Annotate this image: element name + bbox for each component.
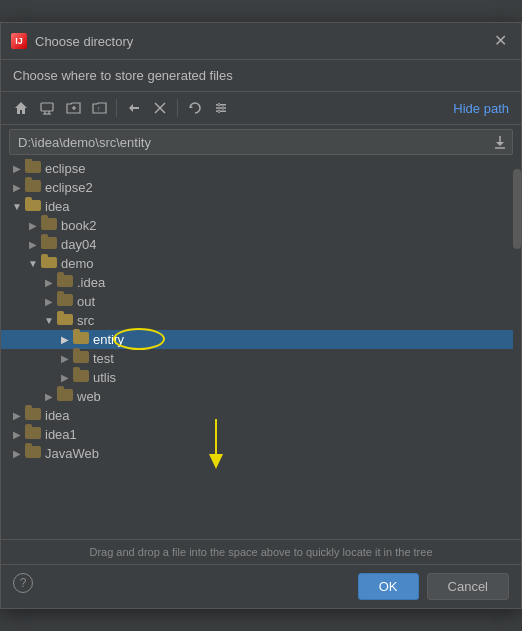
- tree-item-idea2[interactable]: ▶ idea: [1, 406, 521, 425]
- folder-icon-src: [57, 313, 73, 328]
- path-input[interactable]: [10, 131, 488, 154]
- settings-button[interactable]: [209, 96, 233, 120]
- svg-point-17: [218, 110, 220, 112]
- tree-label-test: test: [93, 351, 114, 366]
- svg-marker-8: [129, 104, 139, 112]
- path-download-button[interactable]: [488, 130, 512, 154]
- tree-label-idea2: idea: [45, 408, 70, 423]
- app-icon: IJ: [11, 33, 27, 49]
- tree-arrow-idea-sub: ▶: [41, 277, 57, 288]
- bottom-hint: Drag and drop a file into the space abov…: [1, 539, 521, 564]
- tree-arrow-utlis: ▶: [57, 372, 73, 383]
- scrollbar-thumb[interactable]: [513, 169, 521, 249]
- refresh-button[interactable]: [183, 96, 207, 120]
- folder-icon-day04: [41, 237, 57, 252]
- tree-item-eclipse[interactable]: ▶ eclipse: [1, 159, 521, 178]
- new-folder2-button[interactable]: ↑: [87, 96, 111, 120]
- tree-item-book2[interactable]: ▶ book2: [1, 216, 521, 235]
- tree-label-out: out: [77, 294, 95, 309]
- tree-label-eclipse2: eclipse2: [45, 180, 93, 195]
- folder-icon-eclipse2: [25, 180, 41, 195]
- button-bar: ? OK Cancel: [1, 564, 521, 608]
- tree-arrow-src: ▼: [41, 315, 57, 326]
- tree-item-idea[interactable]: ▼ idea: [1, 197, 521, 216]
- tree-arrow-book2: ▶: [25, 220, 41, 231]
- tree-arrow-web: ▶: [41, 391, 57, 402]
- folder-icon-javaweb: [25, 446, 41, 461]
- delete-button[interactable]: [148, 96, 172, 120]
- tree-label-src: src: [77, 313, 94, 328]
- tree-item-out[interactable]: ▶ out: [1, 292, 521, 311]
- tree-arrow-test: ▶: [57, 353, 73, 364]
- tree-arrow-entity: ▶: [57, 334, 73, 345]
- tree-arrow-idea: ▼: [9, 201, 25, 212]
- tree-label-web: web: [77, 389, 101, 404]
- cancel-button[interactable]: Cancel: [427, 573, 509, 600]
- folder-icon-idea-sub: [57, 275, 73, 290]
- tree-item-demo[interactable]: ▼ demo: [1, 254, 521, 273]
- folder-icon-web: [57, 389, 73, 404]
- toolbar: ↑: [1, 92, 521, 125]
- tree-label-day04: day04: [61, 237, 96, 252]
- tree-item-javaweb[interactable]: ▶ JavaWeb: [1, 444, 521, 463]
- tree-arrow-eclipse2: ▶: [9, 182, 25, 193]
- folder-icon-idea1: [25, 427, 41, 442]
- tree-item-web[interactable]: ▶ web: [1, 387, 521, 406]
- folder-icon-out: [57, 294, 73, 309]
- hide-path-button[interactable]: Hide path: [449, 99, 513, 118]
- folder-icon-test: [73, 351, 89, 366]
- tree-arrow-demo: ▼: [25, 258, 41, 269]
- new-folder-button[interactable]: [61, 96, 85, 120]
- svg-marker-0: [15, 102, 27, 114]
- close-button[interactable]: ✕: [490, 31, 511, 51]
- path-bar: [9, 129, 513, 155]
- svg-marker-19: [496, 142, 504, 146]
- choose-directory-dialog: IJ Choose directory ✕ Choose where to st…: [0, 22, 522, 609]
- tree-arrow-idea2: ▶: [9, 410, 25, 421]
- dialog-subtitle: Choose where to store generated files: [1, 60, 521, 92]
- tree-label-utlis: utlis: [93, 370, 116, 385]
- tree-item-day04[interactable]: ▶ day04: [1, 235, 521, 254]
- svg-text:↑: ↑: [97, 105, 101, 112]
- tree-label-entity: entity: [93, 332, 124, 347]
- tree-arrow-out: ▶: [41, 296, 57, 307]
- tree-arrow-idea1: ▶: [9, 429, 25, 440]
- folder-icon-book2: [41, 218, 57, 233]
- folder-icon-eclipse: [25, 161, 41, 176]
- toolbar-separator-1: [116, 99, 117, 117]
- tree-item-utlis[interactable]: ▶ utlis: [1, 368, 521, 387]
- toolbar-separator-2: [177, 99, 178, 117]
- directory-tree[interactable]: ▶ eclipse ▶ eclipse2 ▼ idea ▶ book2 ▶ da…: [1, 159, 521, 539]
- tree-label-book2: book2: [61, 218, 96, 233]
- home-button[interactable]: [9, 96, 33, 120]
- tree-label-idea-sub: .idea: [77, 275, 105, 290]
- tree-item-src[interactable]: ▼ src: [1, 311, 521, 330]
- tree-label-idea: idea: [45, 199, 70, 214]
- tree-arrow-eclipse: ▶: [9, 163, 25, 174]
- tree-item-entity[interactable]: ▶ entity: [1, 330, 521, 349]
- folder-icon-utlis: [73, 370, 89, 385]
- tree-label-demo: demo: [61, 256, 94, 271]
- tree-arrow-day04: ▶: [25, 239, 41, 250]
- tree-item-idea1[interactable]: ▶ idea1: [1, 425, 521, 444]
- scrollbar-track[interactable]: [513, 159, 521, 539]
- tree-arrow-javaweb: ▶: [9, 448, 25, 459]
- folder-icon-idea: [25, 199, 41, 214]
- folder-icon-demo: [41, 256, 57, 271]
- tree-label-eclipse: eclipse: [45, 161, 85, 176]
- tree-label-idea1: idea1: [45, 427, 77, 442]
- folder-icon-idea2: [25, 408, 41, 423]
- tree-item-idea-sub[interactable]: ▶ .idea: [1, 273, 521, 292]
- ok-button[interactable]: OK: [358, 573, 419, 600]
- dialog-title: Choose directory: [35, 34, 482, 49]
- svg-point-16: [222, 107, 224, 109]
- folder-icon-entity: [73, 332, 89, 347]
- tree-item-eclipse2[interactable]: ▶ eclipse2: [1, 178, 521, 197]
- help-button[interactable]: ?: [13, 573, 33, 593]
- title-bar: IJ Choose directory ✕: [1, 23, 521, 60]
- tree-item-test[interactable]: ▶ test: [1, 349, 521, 368]
- navigate-button[interactable]: [122, 96, 146, 120]
- desktop-button[interactable]: [35, 96, 59, 120]
- svg-rect-1: [41, 103, 53, 111]
- svg-point-15: [218, 104, 220, 106]
